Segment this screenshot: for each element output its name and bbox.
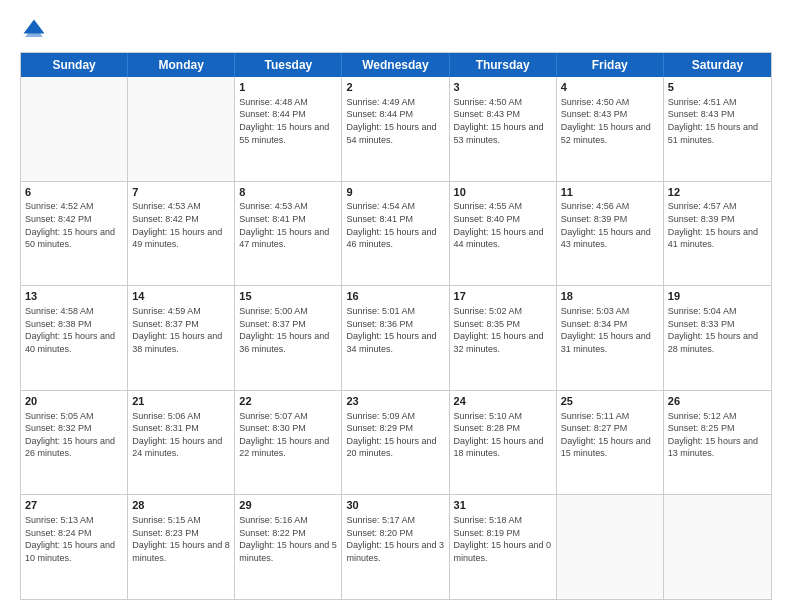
day-number: 22 [239,394,337,409]
cell-info: Sunrise: 5:11 AM Sunset: 8:27 PM Dayligh… [561,410,659,460]
cell-info: Sunrise: 4:54 AM Sunset: 8:41 PM Dayligh… [346,200,444,250]
calendar-cell-day-15: 15Sunrise: 5:00 AM Sunset: 8:37 PM Dayli… [235,286,342,390]
calendar-cell-day-7: 7Sunrise: 4:53 AM Sunset: 8:42 PM Daylig… [128,182,235,286]
weekday-header-sunday: Sunday [21,53,128,77]
day-number: 31 [454,498,552,513]
cell-info: Sunrise: 4:52 AM Sunset: 8:42 PM Dayligh… [25,200,123,250]
cell-info: Sunrise: 4:58 AM Sunset: 8:38 PM Dayligh… [25,305,123,355]
calendar-row-4: 27Sunrise: 5:13 AM Sunset: 8:24 PM Dayli… [21,495,771,599]
day-number: 12 [668,185,767,200]
day-number: 26 [668,394,767,409]
day-number: 17 [454,289,552,304]
day-number: 18 [561,289,659,304]
day-number: 1 [239,80,337,95]
day-number: 11 [561,185,659,200]
cell-info: Sunrise: 4:53 AM Sunset: 8:42 PM Dayligh… [132,200,230,250]
weekday-header-tuesday: Tuesday [235,53,342,77]
cell-info: Sunrise: 5:10 AM Sunset: 8:28 PM Dayligh… [454,410,552,460]
weekday-header-friday: Friday [557,53,664,77]
day-number: 16 [346,289,444,304]
weekday-header-saturday: Saturday [664,53,771,77]
cell-info: Sunrise: 5:05 AM Sunset: 8:32 PM Dayligh… [25,410,123,460]
calendar-cell-day-22: 22Sunrise: 5:07 AM Sunset: 8:30 PM Dayli… [235,391,342,495]
day-number: 9 [346,185,444,200]
logo-icon [20,16,48,44]
day-number: 14 [132,289,230,304]
logo [20,16,52,44]
calendar-row-3: 20Sunrise: 5:05 AM Sunset: 8:32 PM Dayli… [21,391,771,496]
calendar-cell-day-6: 6Sunrise: 4:52 AM Sunset: 8:42 PM Daylig… [21,182,128,286]
calendar-row-1: 6Sunrise: 4:52 AM Sunset: 8:42 PM Daylig… [21,182,771,287]
day-number: 19 [668,289,767,304]
day-number: 23 [346,394,444,409]
day-number: 24 [454,394,552,409]
cell-info: Sunrise: 4:57 AM Sunset: 8:39 PM Dayligh… [668,200,767,250]
day-number: 21 [132,394,230,409]
day-number: 8 [239,185,337,200]
cell-info: Sunrise: 5:03 AM Sunset: 8:34 PM Dayligh… [561,305,659,355]
calendar-cell-day-25: 25Sunrise: 5:11 AM Sunset: 8:27 PM Dayli… [557,391,664,495]
calendar-cell-day-16: 16Sunrise: 5:01 AM Sunset: 8:36 PM Dayli… [342,286,449,390]
calendar-cell-day-30: 30Sunrise: 5:17 AM Sunset: 8:20 PM Dayli… [342,495,449,599]
cell-info: Sunrise: 4:48 AM Sunset: 8:44 PM Dayligh… [239,96,337,146]
cell-info: Sunrise: 5:04 AM Sunset: 8:33 PM Dayligh… [668,305,767,355]
cell-info: Sunrise: 5:18 AM Sunset: 8:19 PM Dayligh… [454,514,552,564]
cell-info: Sunrise: 5:00 AM Sunset: 8:37 PM Dayligh… [239,305,337,355]
day-number: 13 [25,289,123,304]
cell-info: Sunrise: 4:55 AM Sunset: 8:40 PM Dayligh… [454,200,552,250]
cell-info: Sunrise: 5:07 AM Sunset: 8:30 PM Dayligh… [239,410,337,460]
cell-info: Sunrise: 4:53 AM Sunset: 8:41 PM Dayligh… [239,200,337,250]
calendar-cell-empty [21,77,128,181]
cell-info: Sunrise: 5:06 AM Sunset: 8:31 PM Dayligh… [132,410,230,460]
calendar-cell-day-12: 12Sunrise: 4:57 AM Sunset: 8:39 PM Dayli… [664,182,771,286]
calendar: SundayMondayTuesdayWednesdayThursdayFrid… [20,52,772,600]
day-number: 29 [239,498,337,513]
calendar-cell-day-8: 8Sunrise: 4:53 AM Sunset: 8:41 PM Daylig… [235,182,342,286]
day-number: 7 [132,185,230,200]
calendar-cell-day-5: 5Sunrise: 4:51 AM Sunset: 8:43 PM Daylig… [664,77,771,181]
day-number: 5 [668,80,767,95]
cell-info: Sunrise: 5:09 AM Sunset: 8:29 PM Dayligh… [346,410,444,460]
calendar-cell-day-31: 31Sunrise: 5:18 AM Sunset: 8:19 PM Dayli… [450,495,557,599]
weekday-header-thursday: Thursday [450,53,557,77]
cell-info: Sunrise: 5:16 AM Sunset: 8:22 PM Dayligh… [239,514,337,564]
calendar-cell-day-1: 1Sunrise: 4:48 AM Sunset: 8:44 PM Daylig… [235,77,342,181]
calendar-row-2: 13Sunrise: 4:58 AM Sunset: 8:38 PM Dayli… [21,286,771,391]
day-number: 6 [25,185,123,200]
day-number: 10 [454,185,552,200]
day-number: 15 [239,289,337,304]
calendar-cell-day-9: 9Sunrise: 4:54 AM Sunset: 8:41 PM Daylig… [342,182,449,286]
calendar-cell-day-17: 17Sunrise: 5:02 AM Sunset: 8:35 PM Dayli… [450,286,557,390]
calendar-cell-day-23: 23Sunrise: 5:09 AM Sunset: 8:29 PM Dayli… [342,391,449,495]
day-number: 4 [561,80,659,95]
calendar-cell-day-28: 28Sunrise: 5:15 AM Sunset: 8:23 PM Dayli… [128,495,235,599]
calendar-cell-day-20: 20Sunrise: 5:05 AM Sunset: 8:32 PM Dayli… [21,391,128,495]
cell-info: Sunrise: 5:12 AM Sunset: 8:25 PM Dayligh… [668,410,767,460]
day-number: 27 [25,498,123,513]
day-number: 20 [25,394,123,409]
cell-info: Sunrise: 4:56 AM Sunset: 8:39 PM Dayligh… [561,200,659,250]
calendar-cell-day-18: 18Sunrise: 5:03 AM Sunset: 8:34 PM Dayli… [557,286,664,390]
cell-info: Sunrise: 4:59 AM Sunset: 8:37 PM Dayligh… [132,305,230,355]
cell-info: Sunrise: 5:13 AM Sunset: 8:24 PM Dayligh… [25,514,123,564]
calendar-page: SundayMondayTuesdayWednesdayThursdayFrid… [0,0,792,612]
day-number: 28 [132,498,230,513]
calendar-cell-day-19: 19Sunrise: 5:04 AM Sunset: 8:33 PM Dayli… [664,286,771,390]
calendar-cell-day-3: 3Sunrise: 4:50 AM Sunset: 8:43 PM Daylig… [450,77,557,181]
cell-info: Sunrise: 4:50 AM Sunset: 8:43 PM Dayligh… [454,96,552,146]
cell-info: Sunrise: 5:02 AM Sunset: 8:35 PM Dayligh… [454,305,552,355]
calendar-cell-day-26: 26Sunrise: 5:12 AM Sunset: 8:25 PM Dayli… [664,391,771,495]
calendar-cell-day-29: 29Sunrise: 5:16 AM Sunset: 8:22 PM Dayli… [235,495,342,599]
cell-info: Sunrise: 5:17 AM Sunset: 8:20 PM Dayligh… [346,514,444,564]
day-number: 30 [346,498,444,513]
calendar-body: 1Sunrise: 4:48 AM Sunset: 8:44 PM Daylig… [21,77,771,599]
day-number: 2 [346,80,444,95]
cell-info: Sunrise: 5:01 AM Sunset: 8:36 PM Dayligh… [346,305,444,355]
calendar-header: SundayMondayTuesdayWednesdayThursdayFrid… [21,53,771,77]
calendar-cell-day-10: 10Sunrise: 4:55 AM Sunset: 8:40 PM Dayli… [450,182,557,286]
calendar-cell-day-27: 27Sunrise: 5:13 AM Sunset: 8:24 PM Dayli… [21,495,128,599]
header [20,16,772,44]
calendar-cell-empty [128,77,235,181]
cell-info: Sunrise: 5:15 AM Sunset: 8:23 PM Dayligh… [132,514,230,564]
calendar-cell-day-2: 2Sunrise: 4:49 AM Sunset: 8:44 PM Daylig… [342,77,449,181]
